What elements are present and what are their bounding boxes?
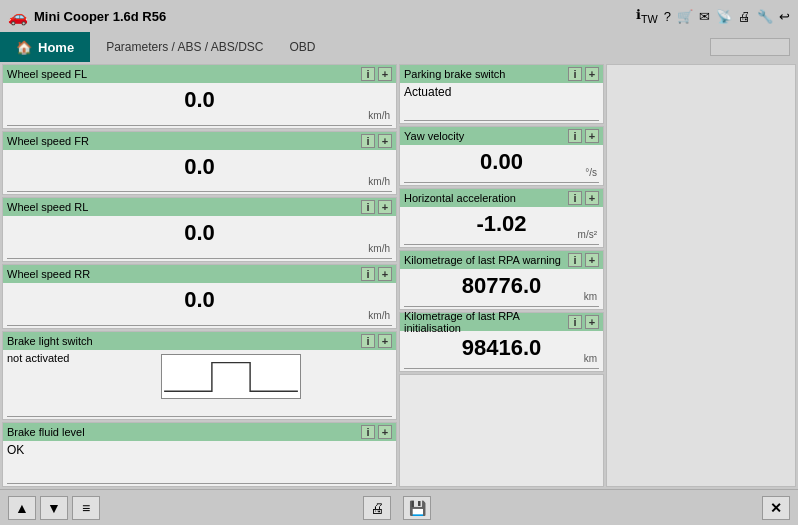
- widget-kilo-rpa-init-icons: i +: [568, 315, 599, 329]
- nav-breadcrumb: Parameters / ABS / ABS/DSC: [90, 40, 279, 54]
- widget-yaw-divider: [404, 182, 599, 183]
- up-arrow-icon: ▲: [15, 500, 29, 516]
- left-panel: Wheel speed FL i + 0.0 km/h Wheel speed …: [2, 64, 397, 487]
- widget-horiz-accel: Horizontal acceleration i + -1.02 m/s²: [399, 188, 604, 248]
- widget-brake-fluid-icons: i +: [361, 425, 392, 439]
- search-box[interactable]: [710, 38, 790, 56]
- widget-kilo-rpa-warn-body: 80776.0 km: [400, 269, 603, 306]
- widget-yaw-add[interactable]: +: [585, 129, 599, 143]
- widget-parking-brake-title: Parking brake switch: [404, 68, 506, 80]
- close-button[interactable]: ✕: [762, 496, 790, 520]
- help-icon[interactable]: ?: [664, 9, 671, 24]
- list-button[interactable]: ≡: [72, 496, 100, 520]
- widget-brake-light-info[interactable]: i: [361, 334, 375, 348]
- car-icon: 🚗: [8, 7, 28, 26]
- scroll-up-button[interactable]: ▲: [8, 496, 36, 520]
- widget-wheel-rl-unit: km/h: [368, 243, 390, 254]
- widget-brake-light-divider: [7, 416, 392, 417]
- save-button[interactable]: 💾: [403, 496, 431, 520]
- cart-icon[interactable]: 🛒: [677, 9, 693, 24]
- widget-wheel-rl-divider: [7, 258, 392, 259]
- widget-yaw-header: Yaw velocity i +: [400, 127, 603, 145]
- scroll-down-button[interactable]: ▼: [40, 496, 68, 520]
- far-right-panel: [606, 64, 796, 487]
- home-tab[interactable]: 🏠 Home: [0, 32, 90, 62]
- widget-brake-light-header: Brake light switch i +: [3, 332, 396, 350]
- widget-wheel-rr: Wheel speed RR i + 0.0 km/h: [2, 264, 397, 329]
- widget-parking-brake: Parking brake switch i + Actuated: [399, 64, 604, 124]
- widget-parking-brake-body: Actuated: [400, 83, 603, 120]
- widget-parking-brake-divider: [404, 120, 599, 121]
- bottom-bar: ▲ ▼ ≡ 🖨 💾 ✕: [0, 489, 798, 525]
- widget-wheel-fr-icons: i +: [361, 134, 392, 148]
- widget-horiz-accel-add[interactable]: +: [585, 191, 599, 205]
- widget-brake-light-add[interactable]: +: [378, 334, 392, 348]
- widget-kilo-rpa-warn-add[interactable]: +: [585, 253, 599, 267]
- widget-kilo-rpa-warn-value: 80776.0: [404, 273, 599, 299]
- widget-yaw-body: 0.00 °/s: [400, 145, 603, 182]
- widget-kilo-rpa-init-body: 98416.0 km: [400, 331, 603, 368]
- widget-wheel-rr-add[interactable]: +: [378, 267, 392, 281]
- title-bar: 🚗 Mini Cooper 1.6d R56 ℹTW ? 🛒 ✉ 📡 🖨 🔧 ↩: [0, 0, 798, 32]
- print-button[interactable]: 🖨: [363, 496, 391, 520]
- widget-wheel-fr-add[interactable]: +: [378, 134, 392, 148]
- widget-kilo-rpa-warn-header: Kilometrage of last RPA warning i +: [400, 251, 603, 269]
- widget-kilo-rpa-init-info[interactable]: i: [568, 315, 582, 329]
- title-icons: ℹTW ? 🛒 ✉ 📡 🖨 🔧 ↩: [636, 7, 790, 25]
- widget-yaw-title: Yaw velocity: [404, 130, 464, 142]
- widget-kilo-rpa-warn-info[interactable]: i: [568, 253, 582, 267]
- widget-parking-brake-text: Actuated: [404, 85, 599, 99]
- obd-tab[interactable]: OBD: [280, 40, 326, 54]
- signal-icon[interactable]: 📡: [716, 9, 732, 24]
- widget-wheel-rl-icons: i +: [361, 200, 392, 214]
- widget-wheel-fr-divider: [7, 191, 392, 192]
- widget-brake-light-icons: i +: [361, 334, 392, 348]
- widget-brake-fluid-add[interactable]: +: [378, 425, 392, 439]
- widget-parking-brake-info[interactable]: i: [568, 67, 582, 81]
- widget-brake-fluid-text: OK: [7, 443, 392, 457]
- widget-horiz-accel-body: -1.02 m/s²: [400, 207, 603, 244]
- widget-wheel-fr-value: 0.0: [7, 154, 392, 180]
- widget-yaw-value: 0.00: [404, 149, 599, 175]
- widget-wheel-fl-header: Wheel speed FL i +: [3, 65, 396, 83]
- widget-wheel-rl-info[interactable]: i: [361, 200, 375, 214]
- widget-wheel-fl-info[interactable]: i: [361, 67, 375, 81]
- widget-kilo-rpa-warn-icons: i +: [568, 253, 599, 267]
- widget-wheel-fl-unit: km/h: [368, 110, 390, 121]
- close-icon: ✕: [770, 500, 782, 516]
- msg-icon[interactable]: ✉: [699, 9, 710, 24]
- widget-wheel-fr-info[interactable]: i: [361, 134, 375, 148]
- home-icon: 🏠: [16, 40, 32, 55]
- widget-brake-fluid-header: Brake fluid level i +: [3, 423, 396, 441]
- widget-wheel-fr-body: 0.0 km/h: [3, 150, 396, 192]
- widget-horiz-accel-info[interactable]: i: [568, 191, 582, 205]
- widget-kilo-rpa-warn-unit: km: [584, 291, 597, 302]
- widget-wheel-fr: Wheel speed FR i + 0.0 km/h: [2, 131, 397, 196]
- widget-brake-light: Brake light switch i + not activated: [2, 331, 397, 421]
- printer-icon[interactable]: 🖨: [738, 9, 751, 24]
- widget-wheel-rr-header: Wheel speed RR i +: [3, 265, 396, 283]
- bottom-right: ✕: [762, 496, 790, 520]
- tool-icon[interactable]: 🔧: [757, 9, 773, 24]
- widget-parking-brake-add[interactable]: +: [585, 67, 599, 81]
- back-icon[interactable]: ↩: [779, 9, 790, 24]
- widget-kilo-rpa-warn: Kilometrage of last RPA warning i + 8077…: [399, 250, 604, 310]
- info-icon[interactable]: ℹTW: [636, 7, 658, 25]
- widget-yaw-icons: i +: [568, 129, 599, 143]
- widget-wheel-rr-info[interactable]: i: [361, 267, 375, 281]
- widget-wheel-fl-title: Wheel speed FL: [7, 68, 87, 80]
- widget-wheel-rr-title: Wheel speed RR: [7, 268, 90, 280]
- nav-bar: 🏠 Home Parameters / ABS / ABS/DSC OBD: [0, 32, 798, 62]
- widget-yaw-info[interactable]: i: [568, 129, 582, 143]
- widget-wheel-rl-add[interactable]: +: [378, 200, 392, 214]
- right-empty-area: [399, 374, 604, 487]
- widget-brake-fluid-info[interactable]: i: [361, 425, 375, 439]
- widget-wheel-fl-add[interactable]: +: [378, 67, 392, 81]
- widget-kilo-rpa-init-add[interactable]: +: [585, 315, 599, 329]
- widget-wheel-rr-value: 0.0: [7, 287, 392, 313]
- widget-wheel-fl: Wheel speed FL i + 0.0 km/h: [2, 64, 397, 129]
- widget-yaw: Yaw velocity i + 0.00 °/s: [399, 126, 604, 186]
- home-label: Home: [38, 40, 74, 55]
- widget-kilo-rpa-init-unit: km: [584, 353, 597, 364]
- widget-wheel-fl-body: 0.0 km/h: [3, 83, 396, 125]
